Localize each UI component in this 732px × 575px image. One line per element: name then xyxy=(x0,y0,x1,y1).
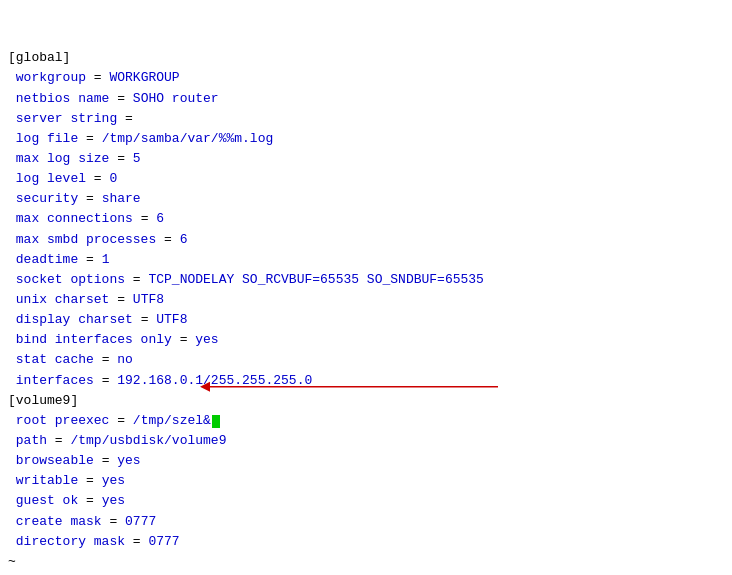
code-line-create-mask: create mask = 0777 xyxy=(8,512,732,532)
code-line-bind-interfaces: bind interfaces only = yes xyxy=(8,330,732,350)
config-key: writable xyxy=(8,473,78,488)
code-line-max-smbd: max smbd processes = 6 xyxy=(8,230,732,250)
config-key: root preexec xyxy=(8,413,109,428)
config-value: 1 xyxy=(102,252,110,267)
code-line-global-header: [global] xyxy=(8,48,732,68)
config-text: [global] workgroup = WORKGROUP netbios n… xyxy=(8,8,732,575)
config-key: deadtime xyxy=(8,252,78,267)
config-key: workgroup xyxy=(8,70,86,85)
code-line-display-charset: display charset = UTF8 xyxy=(8,310,732,330)
config-key: directory mask xyxy=(8,534,125,549)
config-value: yes xyxy=(102,473,125,488)
code-line-root-preexec: root preexec = /tmp/szel& xyxy=(8,411,732,431)
code-line-workgroup: workgroup = WORKGROUP xyxy=(8,68,732,88)
config-value: SOHO router xyxy=(133,91,219,106)
code-line-guest-ok: guest ok = yes xyxy=(8,491,732,511)
config-value: UTF8 xyxy=(156,312,187,327)
config-key: server string xyxy=(8,111,117,126)
code-line-path: path = /tmp/usbdisk/volume9 xyxy=(8,431,732,451)
config-value: /tmp/samba/var/%%m.log xyxy=(102,131,274,146)
code-line-log-file: log file = /tmp/samba/var/%%m.log xyxy=(8,129,732,149)
config-value: 0 xyxy=(109,171,117,186)
config-key: netbios name xyxy=(8,91,109,106)
config-key: log file xyxy=(8,131,78,146)
code-line-max-connections: max connections = 6 xyxy=(8,209,732,229)
config-value: 0777 xyxy=(148,534,179,549)
config-value: share xyxy=(102,191,141,206)
config-key: path xyxy=(8,433,47,448)
code-line-tilde: ~ xyxy=(8,552,732,572)
code-line-server-string: server string = xyxy=(8,109,732,129)
config-value: yes xyxy=(102,493,125,508)
config-key: display charset xyxy=(8,312,133,327)
code-line-browseable: browseable = yes xyxy=(8,451,732,471)
code-line-writable: writable = yes xyxy=(8,471,732,491)
code-line-max-log-size: max log size = 5 xyxy=(8,149,732,169)
config-key: guest ok xyxy=(8,493,78,508)
config-value: 192.168.0.1/255.255.255.0 xyxy=(117,373,312,388)
code-line-unix-charset: unix charset = UTF8 xyxy=(8,290,732,310)
config-value: /tmp/usbdisk/volume9 xyxy=(70,433,226,448)
config-key: log level xyxy=(8,171,86,186)
config-value: yes xyxy=(117,453,140,468)
code-container: [global] workgroup = WORKGROUP netbios n… xyxy=(8,8,732,575)
config-key: max connections xyxy=(8,211,133,226)
code-line-security: security = share xyxy=(8,189,732,209)
config-key: max smbd processes xyxy=(8,232,156,247)
config-value: /tmp/szel& xyxy=(133,413,211,428)
config-key: max log size xyxy=(8,151,109,166)
code-line-interfaces: interfaces = 192.168.0.1/255.255.255.0 xyxy=(8,371,732,391)
config-value: WORKGROUP xyxy=(109,70,179,85)
config-key: browseable xyxy=(8,453,94,468)
config-key: stat cache xyxy=(8,352,94,367)
code-line-stat-cache: stat cache = no xyxy=(8,350,732,370)
config-value: 5 xyxy=(133,151,141,166)
code-line-deadtime: deadtime = 1 xyxy=(8,250,732,270)
config-value: 6 xyxy=(180,232,188,247)
config-value: 0777 xyxy=(125,514,156,529)
config-key: socket options xyxy=(8,272,125,287)
code-line-directory-mask: directory mask = 0777 xyxy=(8,532,732,552)
config-value: TCP_NODELAY SO_RCVBUF=65535 SO_SNDBUF=65… xyxy=(148,272,483,287)
text-cursor xyxy=(212,415,220,428)
code-line-netbios: netbios name = SOHO router xyxy=(8,89,732,109)
config-value: UTF8 xyxy=(133,292,164,307)
code-line-socket-options: socket options = TCP_NODELAY SO_RCVBUF=6… xyxy=(8,270,732,290)
code-line-volume9-header: [volume9] xyxy=(8,391,732,411)
config-key: bind interfaces only xyxy=(8,332,172,347)
config-key: interfaces xyxy=(8,373,94,388)
code-line-log-level: log level = 0 xyxy=(8,169,732,189)
config-key: security xyxy=(8,191,78,206)
config-value: 6 xyxy=(156,211,164,226)
config-value: yes xyxy=(195,332,218,347)
config-key: unix charset xyxy=(8,292,109,307)
config-value: no xyxy=(117,352,133,367)
config-key: create mask xyxy=(8,514,102,529)
